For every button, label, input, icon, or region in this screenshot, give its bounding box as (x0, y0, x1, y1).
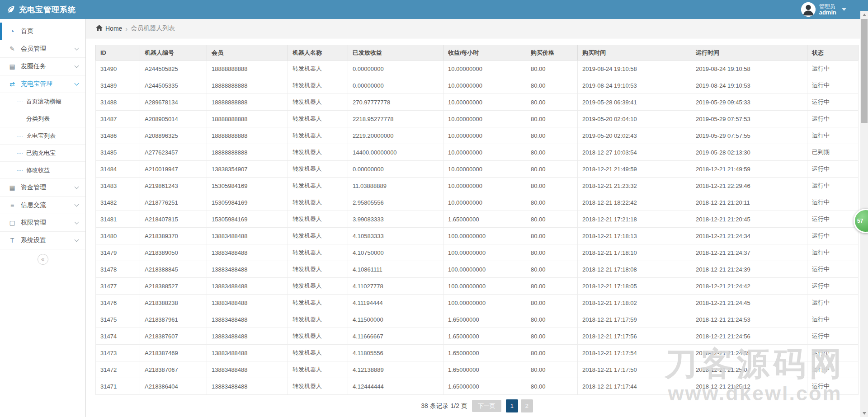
table-row: 31477A21838852713883488488转发机器人4.1102777… (96, 278, 859, 295)
table-cell: 80.00 (526, 378, 578, 395)
table-cell: 转发机器人 (288, 211, 348, 228)
table-cell: A218387607 (140, 328, 207, 345)
table-header-cell: 运行时间 (691, 45, 807, 61)
table-cell: 2018-12-21 17:18:10 (578, 244, 691, 261)
page-button[interactable]: 1 (506, 399, 518, 412)
scroll-down-arrow[interactable] (860, 409, 868, 417)
chevron-down-icon (75, 220, 79, 225)
sidebar-subitem-powerbank-list[interactable]: 充电宝列表 (0, 127, 85, 145)
table-cell: 运行中 (807, 127, 859, 144)
table-cell: 4.11666667 (348, 328, 443, 345)
table-cell: A277623457 (140, 144, 207, 161)
list-icon: ≡ (8, 201, 16, 209)
table-cell: 1.65000000 (443, 311, 526, 328)
table-cell: 13883488488 (207, 278, 288, 295)
table-cell: 运行中 (807, 194, 859, 211)
table-row: 31474A21838760713883488488转发机器人4.1166666… (96, 328, 859, 345)
sidebar-item-message-exchange[interactable]: ≡信息交流 (0, 197, 85, 214)
sidebar-item-permission-management[interactable]: ▢权限管理 (0, 214, 85, 232)
table-cell: 转发机器人 (288, 77, 348, 94)
table-row: 31481A21840781515305984169转发机器人3.9908333… (96, 211, 859, 228)
breadcrumb-home[interactable]: Home (96, 25, 122, 33)
table-cell: 转发机器人 (288, 261, 348, 278)
table-cell: 2018-12-21 21:24:42 (691, 278, 807, 295)
table-cell: A218389370 (140, 228, 207, 244)
user-text: 管理员 admin (819, 3, 836, 16)
table-cell: 2018-12-21 17:17:59 (578, 311, 691, 328)
table-cell: A218387961 (140, 311, 207, 328)
user-menu[interactable]: 管理员 admin (801, 0, 846, 19)
table-cell: 18888888888 (207, 144, 288, 161)
table-cell: 80.00 (526, 211, 578, 228)
table-cell: 2018-12-21 17:17:54 (578, 345, 691, 361)
table-cell: 2018-12-21 17:18:13 (578, 228, 691, 244)
table-cell: 80.00 (526, 311, 578, 328)
table-cell: 2018-12-21 21:25:07 (691, 361, 807, 378)
page-button[interactable]: 2 (521, 399, 533, 412)
table-cell: 2.95805556 (348, 194, 443, 211)
table-cell: 13883488488 (207, 378, 288, 395)
table-cell: 2018-12-21 17:17:44 (578, 378, 691, 395)
breadcrumb: Home › 会员机器人列表 (86, 19, 868, 38)
table-cell: 转发机器人 (288, 328, 348, 345)
sidebar-item-system-settings[interactable]: T系统设置 (0, 232, 85, 249)
table-cell: 2018-12-21 21:23:32 (578, 178, 691, 194)
table-cell: 运行中 (807, 295, 859, 311)
table-cell: 运行中 (807, 261, 859, 278)
table-cell: 13883488488 (207, 361, 288, 378)
table-cell: A218388845 (140, 261, 207, 278)
main-area: Home › 会员机器人列表 ID机器人编号会员机器人名称已发放收益收益/每小时… (86, 19, 868, 417)
service-badge-label: 57 (857, 218, 863, 224)
sidebar-item-member-management[interactable]: ✎会员管理 (0, 40, 85, 58)
table-cell: 2018-12-21 18:22:42 (578, 194, 691, 211)
table-cell: 转发机器人 (288, 61, 348, 77)
table-cell: 2018-12-21 22:29:46 (691, 178, 807, 194)
table-cell: 运行中 (807, 228, 859, 244)
table-cell: 100.00000000 (443, 244, 526, 261)
table-cell: 运行中 (807, 94, 859, 111)
sidebar-item-label: 系统设置 (21, 236, 71, 244)
sidebar-subitem-purchased-powerbank[interactable]: 已购充电宝 (0, 145, 85, 162)
sidebar-item-post-tasks[interactable]: ▤发圈任务 (0, 58, 85, 75)
table-cell: 13883488488 (207, 345, 288, 361)
scroll-thumb[interactable] (861, 19, 868, 123)
sidebar-item-funds-management[interactable]: ▦资金管理 (0, 179, 85, 197)
table-cell: 31490 (96, 61, 140, 77)
sidebar-subitem-category-list[interactable]: 分类列表 (0, 110, 85, 127)
table-cell: 13883488488 (207, 228, 288, 244)
table-cell: 2018-12-21 17:21:18 (578, 211, 691, 228)
table-cell: 31485 (96, 144, 140, 161)
table-cell: 13838354907 (207, 161, 288, 178)
sidebar-item-powerbank-management[interactable]: ⇄充电宝管理 (0, 75, 85, 93)
table-cell: 2019-08-24 19:10:53 (691, 77, 807, 94)
table-cell: 3.99083333 (348, 211, 443, 228)
table-cell: 2018-12-21 17:18:05 (578, 278, 691, 295)
table-cell: 2018-12-21 21:24:59 (691, 345, 807, 361)
next-page-button[interactable]: 下一页 (472, 400, 501, 412)
table-cell: 2018-12-21 21:49:59 (578, 161, 691, 178)
table-row: 31480A21838937013883488488转发机器人4.1058333… (96, 228, 859, 244)
table-cell: 2018-12-27 10:03:54 (578, 144, 691, 161)
breadcrumb-home-label: Home (105, 25, 122, 32)
table-cell: 31476 (96, 295, 140, 311)
scroll-up-arrow[interactable] (860, 11, 868, 19)
sidebar-collapse-button[interactable]: « (38, 254, 48, 265)
chevron-down-icon (75, 202, 79, 207)
record-summary: 38 条记录 1/2 页 (421, 402, 467, 410)
sidebar-item-home[interactable]: ◔首页 (0, 23, 85, 40)
table-cell: 运行中 (807, 178, 859, 194)
sidebar-subitem-home-banner[interactable]: 首页滚动横幅 (0, 93, 85, 110)
table-cell: 31475 (96, 311, 140, 328)
table-cell: A218387067 (140, 361, 207, 378)
table-cell: 转发机器人 (288, 345, 348, 361)
app-logo: 充电宝管理系统 (6, 5, 76, 15)
table-cell: 2018-12-21 21:20:11 (691, 194, 807, 211)
table-row: 31488A28967813418888888888转发机器人270.97777… (96, 94, 859, 111)
sidebar-subitem-modify-profit[interactable]: 修改收益 (0, 162, 85, 179)
sidebar-item-label: 首页 (21, 27, 80, 35)
table-cell: 80.00 (526, 194, 578, 211)
table-header-cell: ID (96, 45, 140, 61)
table-cell: 18888888888 (207, 61, 288, 77)
text-height-icon: T (8, 237, 16, 244)
table-cell: 100.00000000 (443, 278, 526, 295)
